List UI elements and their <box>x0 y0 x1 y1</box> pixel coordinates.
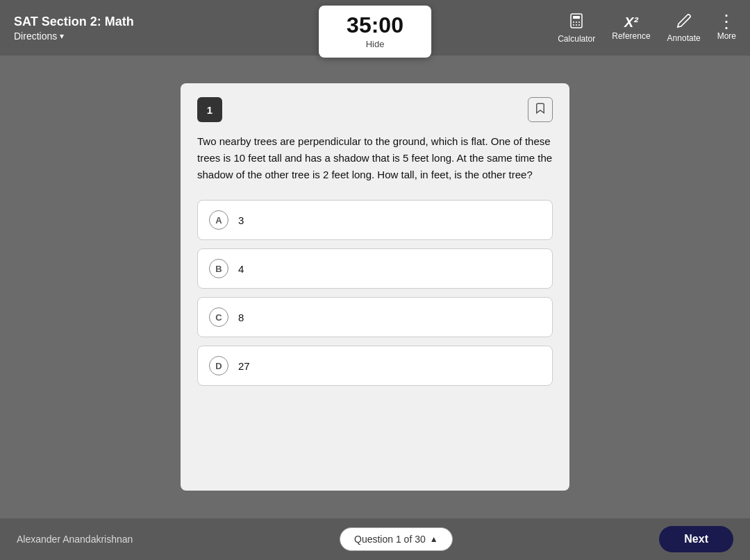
footer: Alexander Anandakrishnan Question 1 of 3… <box>0 518 750 560</box>
svg-point-2 <box>573 22 574 23</box>
annotate-icon <box>676 13 692 31</box>
question-nav-button[interactable]: Question 1 of 30 ▲ <box>340 527 453 551</box>
question-header: 1 <box>197 97 553 122</box>
calculator-button[interactable]: Calculator <box>558 12 595 44</box>
header-left: SAT Section 2: Math Directions ▾ <box>14 15 134 42</box>
more-label: More <box>717 31 736 41</box>
annotate-button[interactable]: Annotate <box>667 13 701 43</box>
svg-point-3 <box>576 22 577 23</box>
more-button[interactable]: ⋮ More <box>717 15 736 41</box>
chevron-down-icon: ▾ <box>60 31 64 41</box>
header-actions: Calculator X² Reference Annotate ⋮ More <box>558 12 736 44</box>
svg-point-5 <box>573 24 574 26</box>
main-content: 1 Two nearby trees are perpendicular to … <box>0 56 750 518</box>
choice-d[interactable]: D 27 <box>197 346 553 386</box>
svg-point-6 <box>576 24 577 26</box>
bookmark-icon <box>534 102 547 118</box>
more-icon: ⋮ <box>717 15 735 29</box>
next-button[interactable]: Next <box>659 526 733 552</box>
section-title: SAT Section 2: Math <box>14 15 134 29</box>
choice-d-letter: D <box>209 356 228 375</box>
calculator-icon <box>568 12 585 32</box>
directions-button[interactable]: Directions ▾ <box>14 31 134 42</box>
question-text: Two nearby trees are perpendicular to th… <box>197 133 553 183</box>
header: SAT Section 2: Math Directions ▾ 35:00 H… <box>0 0 750 56</box>
choice-d-value: 27 <box>238 360 250 372</box>
svg-point-7 <box>578 24 580 26</box>
choice-c-letter: C <box>209 307 228 327</box>
choice-c[interactable]: C 8 <box>197 297 553 337</box>
reference-icon: X² <box>624 15 638 29</box>
annotate-label: Annotate <box>667 33 701 43</box>
reference-button[interactable]: X² Reference <box>612 15 650 41</box>
question-number-badge: 1 <box>197 97 222 122</box>
timer-display: 35:00 <box>347 14 403 36</box>
bookmark-button[interactable] <box>528 97 553 122</box>
choice-b-letter: B <box>209 259 228 278</box>
calculator-label: Calculator <box>558 34 595 44</box>
choice-c-value: 8 <box>238 312 244 323</box>
student-name: Alexander Anandakrishnan <box>17 534 133 545</box>
choice-b-value: 4 <box>238 263 244 275</box>
reference-label: Reference <box>612 31 650 41</box>
choice-b[interactable]: B 4 <box>197 248 553 289</box>
svg-point-4 <box>578 22 580 23</box>
hide-timer-button[interactable]: Hide <box>347 39 403 49</box>
question-nav-label: Question 1 of 30 <box>354 534 426 545</box>
question-card: 1 Two nearby trees are perpendicular to … <box>181 83 569 491</box>
choice-a-value: 3 <box>238 214 244 226</box>
chevron-up-icon: ▲ <box>430 534 438 544</box>
svg-rect-1 <box>573 16 580 19</box>
choice-a[interactable]: A 3 <box>197 200 553 240</box>
choice-a-letter: A <box>209 210 228 230</box>
timer-container: 35:00 Hide <box>319 6 431 58</box>
